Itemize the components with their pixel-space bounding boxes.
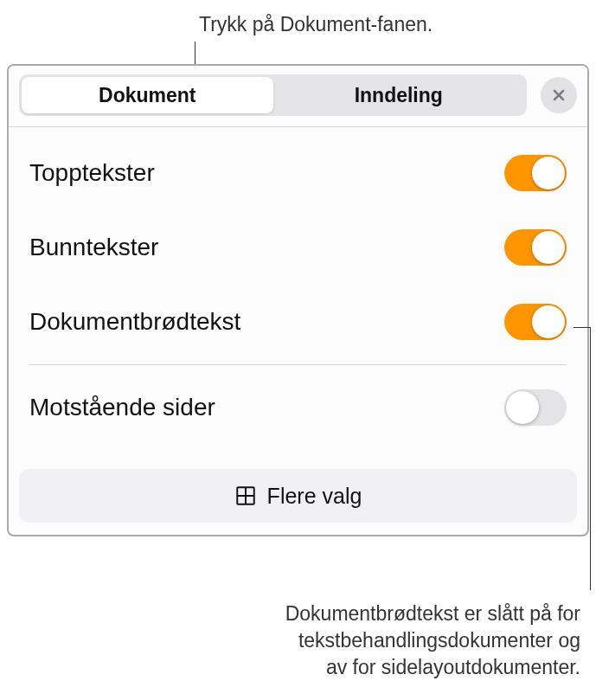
callout-right-line xyxy=(590,327,591,590)
tab-segmented-control: Dokument Inndeling xyxy=(19,74,527,116)
toggle-knob xyxy=(532,305,565,338)
panel-header: Dokument Inndeling xyxy=(9,66,587,116)
toggle-body[interactable] xyxy=(504,304,567,340)
more-options-button[interactable]: Flere valg xyxy=(19,469,577,523)
toggle-facing-pages[interactable] xyxy=(504,389,567,426)
callout-bottom-line1: Dokumentbrødtekst er slått på for xyxy=(285,600,580,627)
callout-bottom-text: Dokumentbrødtekst er slått på for tekstb… xyxy=(285,600,580,681)
document-settings-panel: Dokument Inndeling Topptekster Bunntekst… xyxy=(7,64,589,536)
close-button[interactable] xyxy=(541,77,577,113)
tab-document[interactable]: Dokument xyxy=(22,77,273,113)
setting-row-footers: Bunntekster xyxy=(26,210,570,285)
settings-list: Topptekster Bunntekster Dokumentbrødteks… xyxy=(9,127,587,445)
toggle-knob xyxy=(532,157,565,189)
callout-bottom-line2: tekstbehandlingsdokumenter og xyxy=(285,627,580,654)
setting-row-headers: Topptekster xyxy=(26,136,570,210)
toggle-footers[interactable] xyxy=(504,229,567,266)
callout-bottom-line3: av for sidelayoutdokumenter. xyxy=(285,654,580,681)
grid-icon xyxy=(234,485,257,507)
close-icon xyxy=(550,87,567,104)
setting-row-facing-pages: Motstående sider xyxy=(26,370,570,445)
setting-label-body: Dokumentbrødtekst xyxy=(29,308,240,336)
tab-section[interactable]: Inndeling xyxy=(273,77,525,113)
settings-divider xyxy=(29,364,567,365)
callout-right-line-h xyxy=(574,327,591,328)
toggle-knob xyxy=(532,231,565,264)
callout-top-text: Trykk på Dokument-fanen. xyxy=(199,13,433,36)
toggle-knob xyxy=(506,391,539,424)
more-options-label: Flere valg xyxy=(267,484,362,509)
setting-label-facing-pages: Motstående sider xyxy=(29,394,215,421)
setting-label-headers: Topptekster xyxy=(29,159,155,187)
setting-row-body: Dokumentbrødtekst xyxy=(26,285,570,359)
setting-label-footers: Bunntekster xyxy=(29,234,158,261)
toggle-headers[interactable] xyxy=(504,155,567,191)
